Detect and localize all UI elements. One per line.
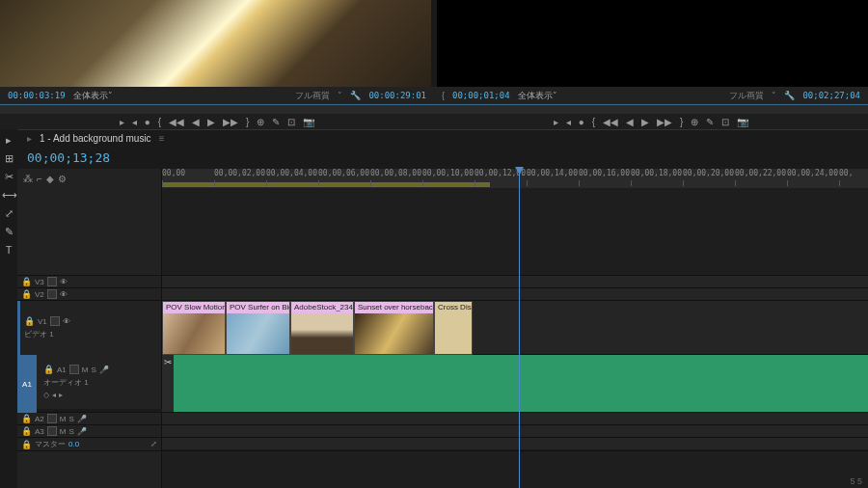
transport-btn-7[interactable]: ▶▶: [223, 117, 238, 127]
video-clip-2[interactable]: AdobeStock_234383: [290, 301, 354, 355]
transport-btn-3[interactable]: {: [592, 117, 595, 127]
timeline-ruler[interactable]: 00,0000,00,02,0000,00,04,0000,00,06,0000…: [162, 169, 868, 188]
work-area-bar[interactable]: [162, 182, 490, 187]
master-value[interactable]: 0.0: [68, 440, 79, 448]
program-out-timecode[interactable]: 00;02;27;04: [802, 91, 860, 100]
eye-icon[interactable]: 👁: [60, 278, 68, 286]
track-a1[interactable]: ✂: [162, 355, 868, 412]
source-fit-dropdown[interactable]: 全体表示˅: [73, 90, 113, 102]
mute-button[interactable]: M: [82, 366, 89, 374]
cut-icon[interactable]: ✂: [164, 357, 172, 367]
mute-button[interactable]: M: [60, 427, 67, 436]
source-full-quality[interactable]: フル画質: [295, 90, 330, 102]
eye-icon[interactable]: 👁: [60, 290, 68, 299]
audio-clip[interactable]: [174, 355, 868, 412]
wrench-icon[interactable]: 🔧: [784, 91, 795, 100]
lock-icon[interactable]: 🔒: [24, 316, 35, 326]
marker-icon[interactable]: ◆: [46, 174, 54, 184]
keyframe-icon[interactable]: ◇: [43, 391, 49, 399]
track-v3-toggle[interactable]: [47, 277, 57, 286]
transport-btn-9[interactable]: ⊕: [691, 117, 698, 127]
transport-btn-10[interactable]: ✎: [706, 117, 714, 127]
collapse-icon[interactable]: ⤢: [150, 440, 157, 448]
source-out-timecode[interactable]: 00:00:29:01: [368, 91, 426, 100]
chevron-icon[interactable]: ▸: [27, 133, 32, 144]
tool-3[interactable]: ⟷: [2, 189, 15, 202]
track-v1[interactable]: POV Slow Motion GOPRPOV Surfer on Big Bl…: [162, 301, 868, 354]
transport-btn-5[interactable]: ◀: [626, 117, 634, 127]
wrench-icon[interactable]: 🔧: [350, 91, 361, 100]
solo-button[interactable]: S: [68, 415, 73, 423]
tool-6[interactable]: T: [2, 244, 15, 256]
track-v2-label[interactable]: V2: [35, 290, 44, 299]
mic-icon[interactable]: 🎤: [99, 366, 109, 374]
mute-button[interactable]: M: [60, 415, 67, 423]
lock-icon[interactable]: 🔒: [21, 414, 32, 423]
transport-btn-6[interactable]: ▶: [641, 117, 649, 127]
source-ruler[interactable]: [0, 104, 434, 114]
transport-btn-0[interactable]: ▸: [554, 117, 558, 127]
track-v2-toggle[interactable]: [47, 289, 57, 299]
tool-1[interactable]: ⊞: [2, 152, 15, 165]
track-a2-label[interactable]: A2: [35, 415, 44, 423]
track-master[interactable]: [162, 438, 868, 449]
program-monitor[interactable]: [437, 0, 868, 87]
transport-btn-12[interactable]: 📷: [737, 117, 748, 127]
source-in-timecode[interactable]: 00:00:03:19: [8, 91, 66, 100]
track-v3-label[interactable]: V3: [35, 278, 44, 286]
program-full-quality[interactable]: フル画質: [729, 90, 764, 102]
transport-btn-11[interactable]: ⊡: [721, 117, 729, 127]
transport-btn-9[interactable]: ⊕: [257, 117, 264, 127]
transport-btn-8[interactable]: }: [246, 117, 249, 127]
lock-icon[interactable]: 🔒: [21, 289, 32, 299]
transport-btn-12[interactable]: 📷: [303, 117, 314, 127]
settings-icon[interactable]: ⚙: [58, 174, 67, 184]
lock-icon[interactable]: 🔒: [21, 426, 32, 436]
link-icon[interactable]: ⌐: [37, 174, 42, 184]
transport-btn-0[interactable]: ▸: [120, 117, 124, 127]
track-v2[interactable]: [162, 288, 868, 300]
track-v1-label[interactable]: V1: [38, 317, 47, 326]
mic-icon[interactable]: 🎤: [77, 415, 87, 423]
transport-btn-10[interactable]: ✎: [272, 117, 280, 127]
transport-btn-5[interactable]: ◀: [192, 117, 200, 127]
playhead[interactable]: [519, 169, 520, 488]
transport-btn-1[interactable]: ◂: [132, 117, 137, 127]
video-clip-0[interactable]: POV Slow Motion GOPR: [162, 301, 226, 355]
track-a1-label[interactable]: A1: [57, 366, 67, 374]
timeline-timecode[interactable]: 00;00;13;28: [17, 147, 868, 169]
transport-btn-3[interactable]: {: [158, 117, 161, 127]
program-ruler[interactable]: [434, 104, 868, 114]
video-clip-1[interactable]: POV Surfer on Big Blue Oc: [226, 301, 290, 355]
track-v3[interactable]: [162, 276, 868, 287]
lock-icon[interactable]: 🔒: [21, 277, 32, 286]
track-a2[interactable]: [162, 413, 868, 424]
transport-btn-2[interactable]: ●: [579, 117, 584, 127]
transport-btn-2[interactable]: ●: [145, 117, 150, 127]
track-a3[interactable]: [162, 425, 868, 437]
sequence-name[interactable]: 1 - Add background music: [40, 133, 151, 144]
track-a3-label[interactable]: A3: [35, 427, 44, 436]
tool-0[interactable]: ▸: [2, 134, 15, 147]
snap-icon[interactable]: ⁂: [23, 174, 33, 184]
transport-btn-8[interactable]: }: [680, 117, 683, 127]
solo-button[interactable]: S: [91, 366, 95, 374]
program-in-timecode[interactable]: 00;00;01;04: [452, 91, 510, 100]
lock-icon[interactable]: 🔒: [43, 365, 54, 374]
tool-4[interactable]: ⤢: [2, 207, 15, 220]
transport-btn-4[interactable]: ◀◀: [603, 117, 618, 127]
video-clip-4[interactable]: Cross Disso: [434, 301, 473, 355]
transport-btn-11[interactable]: ⊡: [287, 117, 295, 127]
track-v1-toggle[interactable]: [50, 316, 60, 326]
transport-btn-7[interactable]: ▶▶: [657, 117, 672, 127]
lock-icon[interactable]: 🔒: [21, 440, 32, 449]
transport-btn-6[interactable]: ▶: [207, 117, 215, 127]
source-monitor[interactable]: [0, 0, 431, 87]
track-master-label[interactable]: マスター: [35, 439, 66, 449]
a1-source-patch[interactable]: A1: [17, 355, 37, 413]
mic-icon[interactable]: 🎤: [77, 427, 87, 436]
tool-5[interactable]: ✎: [2, 226, 15, 238]
transport-btn-4[interactable]: ◀◀: [169, 117, 184, 127]
video-clip-3[interactable]: Sunset over horseback riders: [354, 301, 434, 355]
tool-2[interactable]: ✂: [2, 171, 15, 183]
